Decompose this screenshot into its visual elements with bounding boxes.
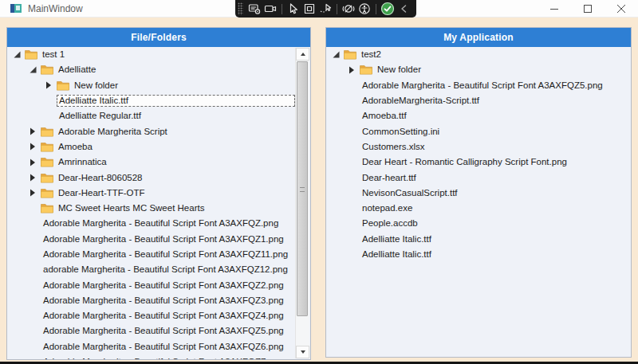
tree-item[interactable]: Adorable Margherita - Beautiful Script F… xyxy=(7,232,310,247)
my-application-panel: My Application test2New folderAdorable M… xyxy=(325,27,632,358)
tree-item-label: Amrinnatica xyxy=(56,156,110,168)
tree-item[interactable]: Dear-Heart-8060528 xyxy=(7,170,310,185)
tree-item-label: MC Sweet Hearts MC Sweet Hearts xyxy=(56,202,207,214)
tree-item[interactable]: Adelliatte Regular.ttf xyxy=(7,108,310,123)
close-button[interactable] xyxy=(605,0,638,17)
scrollbar-thumb[interactable] xyxy=(297,61,308,316)
expanded-arrow-icon[interactable] xyxy=(30,66,41,73)
tree-item[interactable]: Amoeba.ttf xyxy=(326,108,631,123)
toolbar-grip[interactable] xyxy=(238,2,243,15)
tree-item-label: Dear-Heart-TTF-OTF xyxy=(56,187,148,199)
collapsed-arrow-icon[interactable] xyxy=(30,159,41,166)
tree-item-label: Adelliatte xyxy=(56,64,99,76)
recorder-settings-icon[interactable] xyxy=(247,2,262,15)
folder-icon xyxy=(41,173,56,183)
tree-item[interactable]: Adorable Margherita - Beautiful Script F… xyxy=(7,354,310,359)
tree-item-label: notepad.exe xyxy=(360,202,415,214)
collapsed-arrow-icon[interactable] xyxy=(30,143,41,151)
tree-item-label: New folder xyxy=(375,64,424,76)
collapsed-arrow-icon[interactable] xyxy=(45,81,57,89)
tree-item[interactable]: Adorable Margherita - Beautiful Script F… xyxy=(326,78,631,93)
expanded-arrow-icon[interactable] xyxy=(14,51,25,58)
tree-item-label: Adelliatte Regular.ttf xyxy=(57,110,144,122)
tree-item[interactable]: New folder xyxy=(326,62,631,77)
tree-item-label: Adorable Margherita Script xyxy=(56,126,171,138)
tree-item[interactable]: Dear-heart.ttf xyxy=(326,170,631,185)
window-title: MainWindow xyxy=(28,3,83,14)
minimize-button[interactable] xyxy=(538,0,571,17)
file-folders-header: File/Folders xyxy=(7,28,310,47)
tree-item[interactable]: Amrinnatica xyxy=(7,155,310,170)
success-check-icon[interactable] xyxy=(380,2,395,15)
tree-item[interactable]: Adorable Margherita - Beautiful Script F… xyxy=(7,277,310,292)
expanded-arrow-icon[interactable] xyxy=(333,51,344,58)
collapsed-arrow-icon[interactable] xyxy=(349,66,360,74)
region-select-icon[interactable] xyxy=(302,2,317,15)
tree-item-label: Adorable Margherita - Beautiful Script F… xyxy=(41,310,287,322)
tree-item[interactable]: Adorable Margherita - Beautiful Script F… xyxy=(7,323,310,339)
folder-icon xyxy=(41,65,56,75)
tree-item-label: adorable Margherita - Beautiful Script F… xyxy=(41,264,291,276)
record-disabled-icon[interactable] xyxy=(341,2,356,15)
collapse-chevron-icon[interactable] xyxy=(396,2,411,15)
tree-item[interactable]: People.accdb xyxy=(326,216,631,231)
tree-item[interactable]: New folder xyxy=(7,78,310,93)
scroll-down-button[interactable] xyxy=(296,346,309,358)
tree-item[interactable]: test 1 xyxy=(7,47,310,62)
tree-item[interactable]: Adelliatte Italic.ttf xyxy=(7,93,310,108)
app-icon xyxy=(10,3,22,14)
maximize-button[interactable] xyxy=(571,0,605,17)
tree-item[interactable]: test2 xyxy=(326,47,631,62)
collapsed-arrow-icon[interactable] xyxy=(30,189,41,197)
tree-item[interactable]: Adelliatte Italic.ttf xyxy=(326,247,631,262)
tree-item[interactable]: AdorableMargherita-Script.ttf xyxy=(326,93,631,108)
tree-item[interactable]: Dear Heart - Romantic Calligraphy Script… xyxy=(326,155,631,170)
tree-item-label: CommonSetting.ini xyxy=(360,126,443,138)
folder-icon xyxy=(41,188,56,198)
tree-item-label: Dear Heart - Romantic Calligraphy Script… xyxy=(360,156,570,168)
tree-item[interactable]: Adorable Margherita - Beautiful Script F… xyxy=(7,339,310,354)
my-application-tree: test2New folderAdorable Margherita - Bea… xyxy=(326,47,631,357)
collapsed-arrow-icon[interactable] xyxy=(30,127,41,135)
cursor-path-icon[interactable] xyxy=(318,2,333,15)
tree-item-label: test 1 xyxy=(40,49,68,61)
folder-icon xyxy=(41,157,56,167)
tree-item-label: AdorableMargherita-Script.ttf xyxy=(360,95,482,107)
tree-item-label: Amoeba.ttf xyxy=(360,110,410,122)
tree-item[interactable]: NevisonCasualScript.ttf xyxy=(326,186,631,201)
tree-item-label: Dear-Heart-8060528 xyxy=(56,172,145,184)
tree-item[interactable]: Adelliatte xyxy=(7,62,310,77)
tree-item-label: People.accdb xyxy=(360,217,421,229)
my-application-header: My Application xyxy=(326,28,631,47)
tree-item-label: Adorable Margherita - Beautiful Script F… xyxy=(41,233,287,245)
tree-item[interactable]: Adorable Margherita - Beautiful Script F… xyxy=(7,216,310,231)
tree-item-label: Adelliatte Italic.ttf xyxy=(360,249,435,260)
folder-icon xyxy=(360,65,375,75)
accessibility-icon[interactable] xyxy=(357,2,372,15)
tree-item[interactable]: notepad.exe xyxy=(326,201,631,216)
tree-item[interactable]: Amoeba xyxy=(7,139,310,155)
folder-icon xyxy=(57,80,72,91)
cursor-icon[interactable] xyxy=(286,2,301,15)
tree-item[interactable]: Adorable Margherita - Beautiful Script F… xyxy=(7,247,310,262)
tree-item[interactable]: adorable Margherita - Beautiful Script F… xyxy=(7,262,310,277)
toolbar-separator xyxy=(376,4,376,14)
tree-item[interactable]: Adorable Margherita - Beautiful Script F… xyxy=(7,308,310,323)
folder-icon xyxy=(41,203,56,213)
folder-icon xyxy=(41,142,56,152)
tree-item-label: NevisonCasualScript.ttf xyxy=(360,187,461,199)
collapsed-arrow-icon[interactable] xyxy=(30,174,41,182)
folder-icon xyxy=(25,49,40,60)
tree-item-label: Adorable Margherita - Beautiful Script F… xyxy=(41,341,287,353)
tree-item[interactable]: Adorable Margherita - Beautiful Script F… xyxy=(7,293,310,308)
tree-item[interactable]: CommonSetting.ini xyxy=(326,123,631,139)
video-camera-icon[interactable] xyxy=(263,2,278,15)
tree-item[interactable]: Adelliatte Italic.ttf xyxy=(326,232,631,247)
vertical-scrollbar[interactable] xyxy=(295,48,309,358)
tree-item[interactable]: Dear-Heart-TTF-OTF xyxy=(7,186,310,201)
tree-item[interactable]: Adorable Margherita Script xyxy=(7,123,310,139)
scroll-up-button[interactable] xyxy=(296,48,309,61)
tree-item[interactable]: Customers.xlsx xyxy=(326,139,631,155)
tree-item[interactable]: MC Sweet Hearts MC Sweet Hearts xyxy=(7,201,310,216)
tree-item-label: Adelliatte Italic.ttf xyxy=(360,233,435,245)
